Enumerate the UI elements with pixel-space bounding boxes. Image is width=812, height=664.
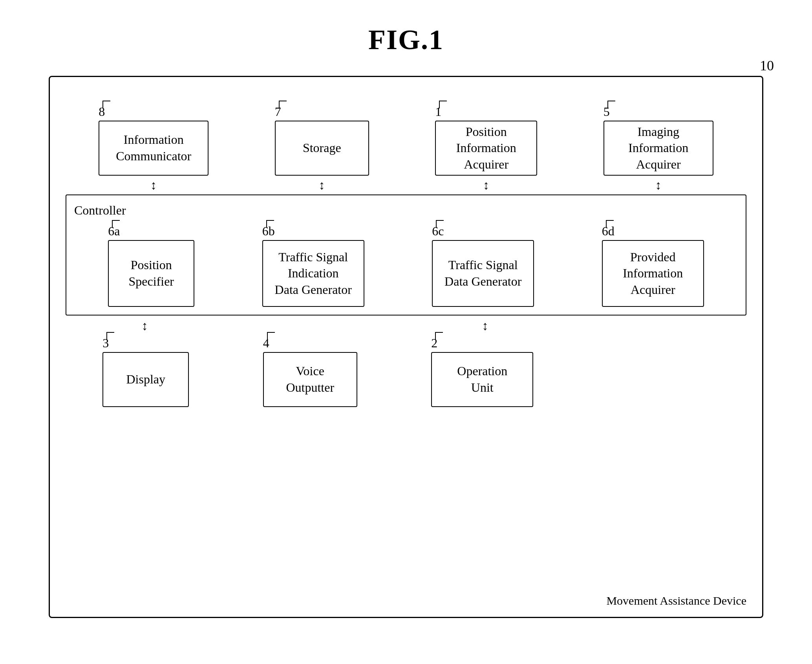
ref-8: 8 [99,105,105,119]
controller-label: Controller [74,203,738,218]
display-box: Display [102,352,189,407]
ref-1: 1 [435,105,441,119]
img-info-box: ImagingInformationAcquirer [604,121,713,176]
voice-wrapper: 4 VoiceOutputter [263,336,357,407]
storage-box: Storage [275,121,369,176]
ref-6a: 6a [108,224,120,238]
ref-2: 2 [431,336,437,350]
arrow-storage: ↕ [275,179,369,191]
prov-info-box: ProvidedInformationAcquirer [602,240,704,307]
info-comm-box: InformationCommunicator [99,121,208,176]
img-info-wrapper: 5 ImagingInformationAcquirer [604,105,713,176]
display-wrapper: 3 Display [102,336,189,407]
tsi-gen-box: Traffic SignalIndicationData Generator [262,240,364,307]
pos-spec-wrapper: 6a PositionSpecifier [108,224,194,307]
ref-3: 3 [102,336,109,350]
device-label: Movement Assistance Device [606,594,746,607]
ref-6b: 6b [262,224,275,238]
tsi-gen-wrapper: 6b Traffic SignalIndicationData Generato… [262,224,364,307]
ref-6c: 6c [432,224,444,238]
ref-4: 4 [263,336,269,350]
ts-gen-box: Traffic SignalData Generator [432,240,534,307]
info-comm-wrapper: 8 InformationCommunicator [99,105,208,176]
ref-7: 7 [275,105,281,119]
controller-section: Controller 6a PositionSpecifier 6b Traff… [66,194,746,315]
arrow-pos-info: ↕ [435,179,537,191]
ts-gen-wrapper: 6c Traffic SignalData Generator [432,224,534,307]
arrow-op-unit: ↕ [434,319,536,332]
ref-10: 10 [760,57,774,74]
arrow-display: ↕ [102,319,188,332]
pos-info-wrapper: 1 PositionInformationAcquirer [435,105,537,176]
ref-5: 5 [604,105,610,119]
voice-box: VoiceOutputter [263,352,357,407]
op-unit-box: OperationUnit [431,352,533,407]
storage-wrapper: 7 Storage [275,105,369,176]
main-container: 10 8 InformationCommunicator 7 Storage 1… [49,76,763,618]
ref-6d: 6d [602,224,614,238]
op-unit-wrapper: 2 OperationUnit [431,336,533,407]
arrow-info-comm: ↕ [99,179,208,191]
prov-info-wrapper: 6d ProvidedInformationAcquirer [602,224,704,307]
pos-info-box: PositionInformationAcquirer [435,121,537,176]
pos-spec-box: PositionSpecifier [108,240,194,307]
arrow-img-info: ↕ [604,179,713,191]
page-title: FIG.1 [368,24,444,56]
